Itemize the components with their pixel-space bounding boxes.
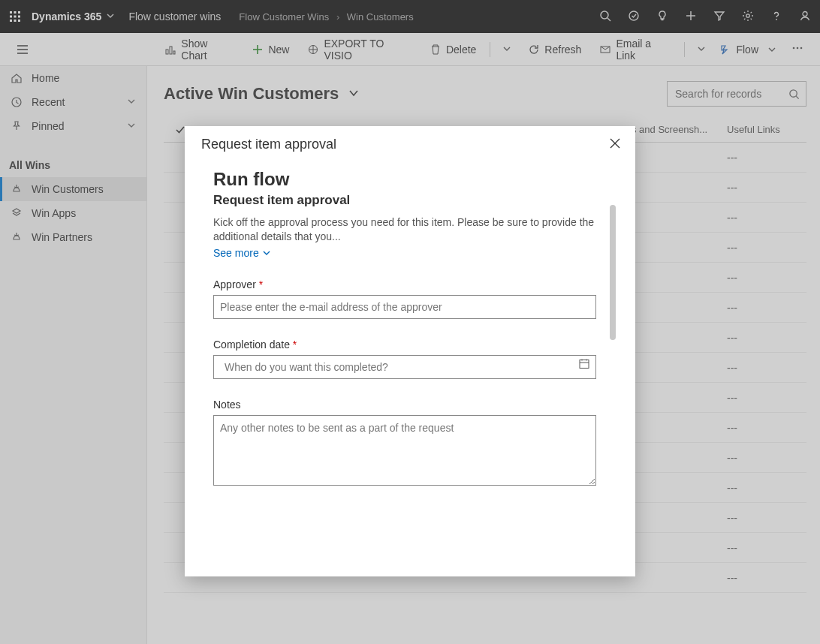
- see-more-label: See more: [213, 247, 259, 259]
- request-approval-dialog: Request item approval Run flow Request i…: [185, 126, 635, 576]
- run-flow-subheading: Request item approval: [213, 193, 607, 208]
- approver-input[interactable]: [213, 295, 596, 319]
- svg-rect-35: [580, 360, 589, 368]
- run-flow-heading: Run flow: [213, 169, 607, 190]
- notes-label: Notes: [213, 399, 607, 411]
- required-icon: *: [259, 278, 263, 290]
- completion-date-label: Completion date *: [213, 339, 607, 351]
- required-icon: *: [293, 339, 297, 351]
- see-more-link[interactable]: See more: [213, 247, 607, 259]
- close-icon[interactable]: [610, 137, 620, 152]
- scrollbar-thumb[interactable]: [610, 205, 616, 340]
- calendar-icon[interactable]: [578, 357, 590, 372]
- completion-date-input[interactable]: [213, 355, 596, 379]
- completion-label-text: Completion date: [213, 339, 290, 351]
- approver-label-text: Approver: [213, 278, 256, 290]
- approver-label: Approver *: [213, 278, 607, 290]
- notes-textarea[interactable]: [213, 415, 596, 486]
- svg-line-34: [610, 139, 620, 148]
- dialog-title: Request item approval: [201, 137, 336, 152]
- run-flow-description: Kick off the approval process you need f…: [213, 215, 607, 244]
- svg-line-33: [610, 139, 620, 148]
